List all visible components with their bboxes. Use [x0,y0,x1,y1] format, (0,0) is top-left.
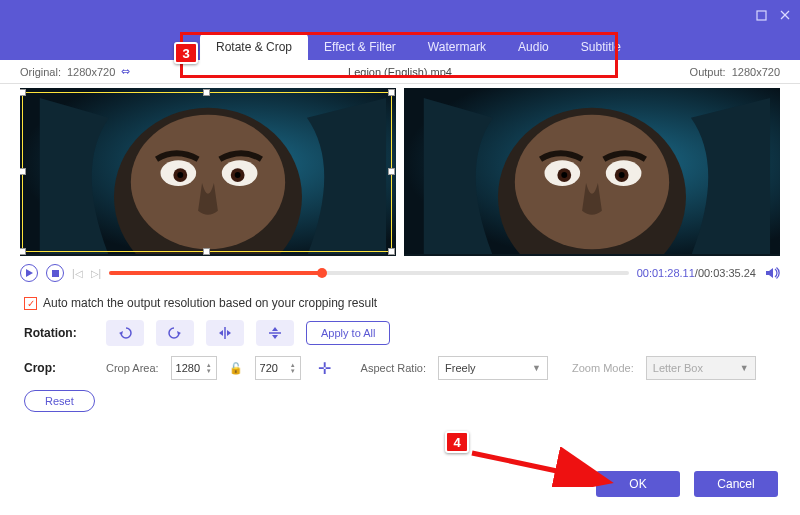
file-info-bar: Original: 1280x720 ⇔ Legion (English).mp… [0,60,800,84]
tab-subtitle[interactable]: Subtitle [565,34,637,60]
svg-rect-24 [52,270,59,277]
svg-marker-29 [227,330,231,336]
svg-line-34 [472,453,604,481]
reset-button[interactable]: Reset [24,390,95,412]
original-preview[interactable] [20,88,396,256]
crop-handle-tm[interactable] [203,89,210,96]
aspect-ratio-select[interactable]: Freely▼ [438,356,548,380]
tab-rotate-crop[interactable]: Rotate & Crop [200,34,308,60]
preview-area [0,84,800,258]
crop-width-input[interactable]: 1280▲▼ [171,356,217,380]
volume-button[interactable] [764,265,780,281]
tab-bar: Rotate & Crop Effect & Filter Watermark … [0,30,800,60]
auto-match-checkbox[interactable]: ✓ [24,297,37,310]
tab-audio[interactable]: Audio [502,34,565,60]
footer: 4 OK Cancel [0,461,800,515]
rotate-right-button[interactable] [156,320,194,346]
aspect-ratio-label: Aspect Ratio: [361,362,426,374]
rotation-label: Rotation: [24,326,94,340]
ok-button[interactable]: OK [596,471,680,497]
timecode: 00:01:28.11/00:03:35.24 [637,267,756,279]
apply-to-all-button[interactable]: Apply to All [306,321,390,345]
annotation-step4-badge: 4 [445,431,469,453]
prev-frame-button[interactable]: |◁ [72,268,83,279]
seek-slider[interactable] [109,271,628,275]
output-preview [404,88,780,256]
annotation-step3-badge: 3 [174,42,198,64]
flip-horizontal-button[interactable] [206,320,244,346]
window-titlebar [0,0,800,30]
crop-handle-tr[interactable] [388,89,395,96]
svg-marker-23 [26,269,33,277]
close-button[interactable] [778,8,792,22]
next-frame-button[interactable]: ▷| [91,268,102,279]
output-res-label: Output: [690,66,726,78]
center-crop-button[interactable]: ✛ [313,356,337,380]
crop-handle-bl[interactable] [20,248,26,255]
swap-icon[interactable]: ⇔ [121,65,130,78]
original-res-label: Original: [20,66,61,78]
crop-handle-mr[interactable] [388,168,395,175]
playback-bar: |◁ ▷| 00:01:28.11/00:03:35.24 [0,258,800,288]
zoom-mode-label: Zoom Mode: [572,362,634,374]
output-res-value: 1280x720 [732,66,780,78]
cancel-button[interactable]: Cancel [694,471,778,497]
zoom-mode-select: Letter Box▼ [646,356,756,380]
lock-aspect-icon[interactable]: 🔓 [229,362,243,375]
crop-rectangle[interactable] [22,92,392,252]
svg-rect-0 [757,11,766,20]
crop-area-label: Crop Area: [106,362,159,374]
crop-handle-ml[interactable] [20,168,26,175]
crop-handle-br[interactable] [388,248,395,255]
play-button[interactable] [20,264,38,282]
maximize-button[interactable] [754,8,768,22]
svg-marker-28 [219,330,223,336]
svg-marker-32 [272,335,278,339]
auto-match-label: Auto match the output resolution based o… [43,296,377,310]
crop-handle-tl[interactable] [20,89,26,96]
svg-point-16 [515,115,669,250]
svg-point-22 [619,172,625,178]
tab-effect-filter[interactable]: Effect & Filter [308,34,412,60]
crop-label: Crop: [24,361,94,375]
flip-vertical-button[interactable] [256,320,294,346]
original-res-value: 1280x720 [67,66,115,78]
stop-button[interactable] [46,264,64,282]
rotate-left-button[interactable] [106,320,144,346]
crop-handle-bm[interactable] [203,248,210,255]
svg-marker-31 [272,327,278,331]
filename-label: Legion (English).mp4 [348,66,452,78]
svg-point-19 [561,172,567,178]
tab-watermark[interactable]: Watermark [412,34,502,60]
crop-height-input[interactable]: 720▲▼ [255,356,301,380]
settings-panel: ✓ Auto match the output resolution based… [0,288,800,426]
